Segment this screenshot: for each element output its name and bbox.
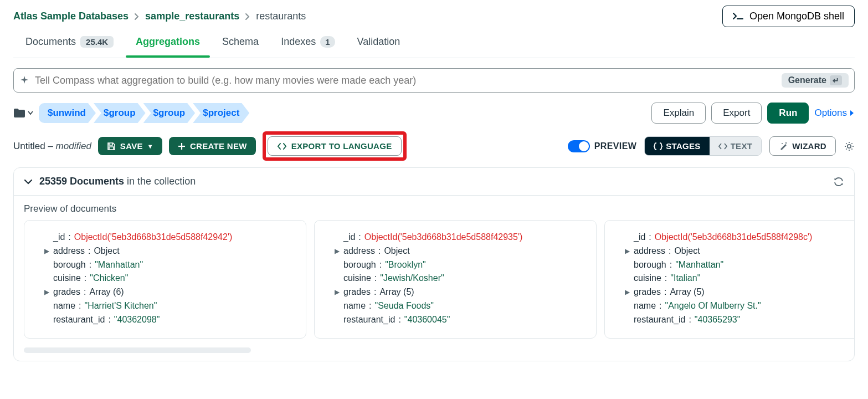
- stages-label: STAGES: [666, 141, 700, 151]
- document-field: cuisine : "Chicken": [37, 272, 294, 285]
- document-field: borough : "Manhattan": [37, 258, 294, 272]
- settings-icon[interactable]: [844, 141, 855, 152]
- pipeline-name: Untitled – modified: [13, 141, 91, 152]
- caret-right-icon: [849, 110, 855, 116]
- view-mode-segment: STAGES TEXT: [644, 136, 762, 156]
- generate-button[interactable]: Generate ↵: [782, 73, 849, 88]
- tab-validation[interactable]: Validation: [357, 30, 400, 58]
- preview-toggle[interactable]: [568, 140, 590, 152]
- wizard-label: WIZARD: [792, 141, 826, 151]
- braces-icon: [654, 142, 662, 150]
- document-card: _id : ObjectId('5eb3d668b31de5d588f42935…: [314, 220, 597, 339]
- expand-icon[interactable]: ▶: [44, 246, 50, 257]
- documents-count-badge: 25.4K: [80, 36, 114, 48]
- create-new-button[interactable]: CREATE NEW: [169, 137, 256, 155]
- wand-icon: [779, 142, 788, 151]
- document-field: _id : ObjectId('5eb3d668b31de5d588f42935…: [327, 231, 584, 244]
- preview-title: Preview of documents: [14, 196, 854, 220]
- wizard-button[interactable]: WIZARD: [769, 136, 836, 156]
- expand-icon[interactable]: ▶: [335, 246, 340, 257]
- export-lang-label: EXPORT TO LANGUAGE: [291, 141, 392, 151]
- document-field: name : "Seuda Foods": [327, 299, 584, 313]
- document-card: _id : ObjectId('5eb3d668b31de5d588f4298c…: [604, 220, 854, 339]
- collection-tabs: Documents 25.4K Aggregations Schema Inde…: [13, 30, 855, 58]
- tab-schema-label: Schema: [222, 36, 259, 48]
- document-field: ▶address : Object: [617, 244, 854, 258]
- document-field: name : "Harriet'S Kitchen": [37, 299, 294, 313]
- explain-button[interactable]: Explain: [651, 103, 706, 124]
- document-field: cuisine : "Jewish/Kosher": [327, 272, 584, 285]
- save-label: SAVE: [120, 141, 143, 151]
- document-field: ▶grades : Array (5): [327, 285, 584, 299]
- expand-icon[interactable]: ▶: [44, 287, 50, 298]
- document-field: restaurant_id : "40362098": [37, 313, 294, 327]
- tab-aggregations-label: Aggregations: [136, 36, 200, 48]
- document-field: borough : "Manhattan": [617, 258, 854, 272]
- options-link[interactable]: Options: [814, 108, 855, 119]
- document-count: 25359 Documents: [39, 176, 124, 187]
- terminal-icon: [733, 13, 744, 21]
- preview-label: PREVIEW: [594, 141, 637, 151]
- tab-indexes-label: Indexes: [281, 36, 316, 48]
- export-button[interactable]: Export: [711, 103, 762, 124]
- svg-point-4: [782, 143, 783, 144]
- tab-validation-label: Validation: [357, 36, 400, 48]
- highlight-annotation: EXPORT TO LANGUAGE: [263, 131, 407, 161]
- generate-label: Generate: [788, 75, 826, 85]
- document-field: borough : "Brooklyn": [327, 258, 584, 272]
- tab-documents[interactable]: Documents 25.4K: [25, 30, 114, 58]
- expand-icon[interactable]: ▶: [625, 246, 630, 257]
- sparkle-icon: [19, 75, 29, 85]
- collapse-icon[interactable]: [24, 178, 33, 185]
- code-icon: [277, 142, 287, 150]
- create-new-label: CREATE NEW: [190, 141, 247, 151]
- breadcrumb-collection[interactable]: restaurants: [256, 11, 306, 22]
- svg-point-3: [785, 142, 787, 143]
- ai-prompt: Generate ↵: [13, 68, 855, 93]
- saved-pipelines-menu[interactable]: [13, 108, 33, 118]
- caret-down-icon: [28, 111, 33, 115]
- run-button[interactable]: Run: [767, 103, 809, 124]
- chevron-right-icon: [134, 13, 140, 21]
- stage-chip[interactable]: $group: [143, 103, 196, 123]
- document-field: ▶grades : Array (6): [37, 285, 294, 299]
- open-shell-label: Open MongoDB shell: [749, 11, 844, 22]
- document-field: name : "Angelo Of Mulberry St.": [617, 299, 854, 313]
- save-icon: [107, 142, 116, 151]
- indexes-count-badge: 1: [320, 36, 335, 48]
- document-cards: _id : ObjectId('5eb3d668b31de5d588f42942…: [14, 220, 854, 345]
- tab-indexes[interactable]: Indexes 1: [281, 30, 335, 58]
- breadcrumb: Atlas Sample Databases sample_restaurant…: [13, 11, 306, 22]
- tab-schema[interactable]: Schema: [222, 30, 259, 58]
- open-shell-button[interactable]: Open MongoDB shell: [722, 6, 855, 27]
- ai-prompt-input[interactable]: [35, 75, 776, 86]
- stage-chip[interactable]: $unwind: [39, 103, 96, 123]
- expand-icon[interactable]: ▶: [335, 287, 340, 298]
- tab-aggregations[interactable]: Aggregations: [136, 30, 200, 58]
- document-field: ▶address : Object: [37, 244, 294, 258]
- breadcrumb-db[interactable]: sample_restaurants: [145, 11, 239, 22]
- document-field: _id : ObjectId('5eb3d668b31de5d588f4298c…: [617, 231, 854, 244]
- results-panel: 25359 Documents in the collection Previe…: [13, 167, 855, 361]
- stage-chip[interactable]: $project: [193, 103, 249, 123]
- caret-down-icon: ▼: [147, 143, 153, 150]
- document-field: cuisine : "Italian": [617, 272, 854, 285]
- stages-view-button[interactable]: STAGES: [645, 137, 709, 155]
- text-label: TEXT: [731, 141, 753, 151]
- return-key-icon: ↵: [830, 75, 842, 85]
- document-field: ▶grades : Array (5): [617, 285, 854, 299]
- stage-chip[interactable]: $group: [94, 103, 146, 123]
- expand-icon[interactable]: ▶: [625, 287, 630, 298]
- text-view-button[interactable]: TEXT: [710, 137, 762, 155]
- horizontal-scrollbar[interactable]: [24, 347, 251, 353]
- document-card: _id : ObjectId('5eb3d668b31de5d588f42942…: [24, 220, 306, 339]
- breadcrumb-root[interactable]: Atlas Sample Databases: [13, 11, 129, 22]
- code-icon: [718, 143, 727, 150]
- chevron-right-icon: [245, 13, 250, 21]
- document-field: ▶address : Object: [327, 244, 584, 258]
- document-field: restaurant_id : "40360045": [327, 313, 584, 327]
- export-to-language-button[interactable]: EXPORT TO LANGUAGE: [268, 136, 402, 156]
- options-label: Options: [814, 108, 847, 119]
- refresh-icon[interactable]: [833, 177, 844, 186]
- save-button[interactable]: SAVE ▼: [98, 137, 162, 155]
